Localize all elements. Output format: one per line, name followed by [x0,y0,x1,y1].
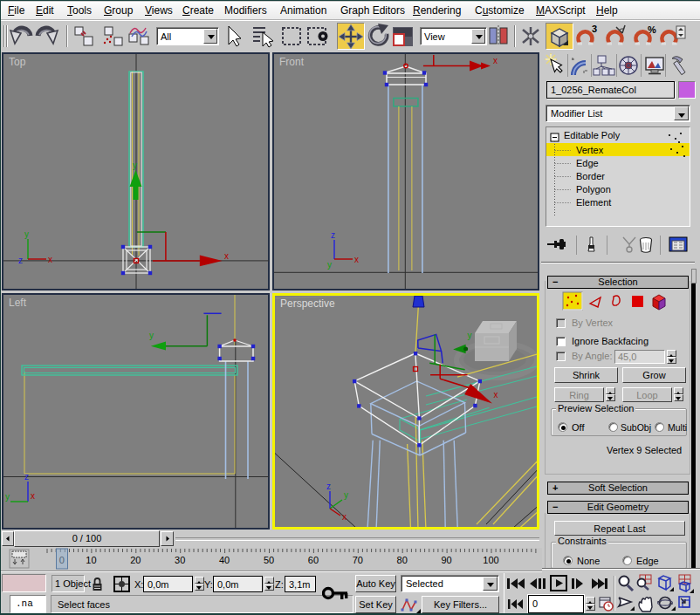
svg-text:80: 80 [397,555,408,565]
svg-text:z: z [24,472,29,482]
svg-text:z: z [326,482,331,491]
svg-text:x: x [354,255,359,264]
svg-text:y: y [24,229,29,239]
svg-text:50: 50 [264,555,274,565]
svg-text:x: x [31,491,35,501]
svg-text:90: 90 [441,555,451,565]
svg-text:%: % [648,24,656,35]
svg-text:x: x [342,512,347,522]
svg-text:y: y [5,492,10,502]
svg-text:x: x [494,390,498,400]
svg-text:3: 3 [592,24,597,34]
svg-text:20: 20 [130,555,141,565]
svg-text:40: 40 [219,555,230,565]
svg-text:y: y [468,331,472,340]
svg-text:y: y [133,161,137,170]
svg-text:z: z [331,230,335,240]
svg-text:x: x [48,255,52,264]
svg-text:y: y [327,260,332,270]
svg-text:y: y [344,490,348,500]
svg-text:70: 70 [353,555,363,565]
svg-text:30: 30 [175,555,185,565]
svg-text:100: 100 [483,555,498,565]
svg-text:y: y [149,331,154,340]
svg-text:x: x [493,56,498,65]
svg-text:x: x [224,251,229,261]
svg-text:10: 10 [86,555,96,565]
svg-text:z: z [18,256,23,265]
svg-text:60: 60 [308,555,319,565]
